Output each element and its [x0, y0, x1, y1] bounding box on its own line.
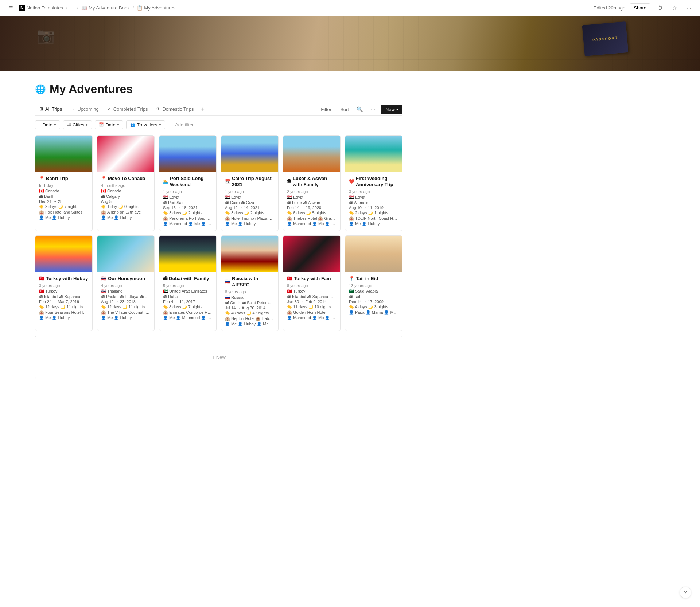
card-nights-icon-0: 🌙 — [58, 204, 63, 209]
card-flag-4: 🇪🇬 — [287, 195, 292, 200]
page-title: My Adventures — [50, 82, 133, 96]
star-button[interactable]: ☆ — [669, 3, 680, 13]
card-title-text-7: Our Honeymoon — [108, 276, 145, 282]
breadcrumb-notion[interactable]: N Notion Templates — [19, 5, 63, 11]
filter-date-sort-icon: ↓ — [39, 123, 41, 127]
timer-button[interactable]: ⏱ — [655, 3, 665, 13]
card-hotel-9: 🏨 Neptun Hotel 🏨 Babushka Doll — [225, 316, 275, 321]
card-city-icon-8: 🏙 — [163, 294, 167, 299]
card-hotel-0: 🏨 Fox Hotel and Suites — [39, 210, 89, 215]
card-hotel-icon-6: 🏨 — [39, 310, 44, 315]
sort-button[interactable]: Sort — [337, 105, 352, 114]
card-title-icon-6: 🇹🇷 — [39, 276, 44, 282]
edited-timestamp: Edited 20h ago — [594, 5, 625, 11]
filter-date[interactable]: ↓ Date ▾ — [35, 120, 60, 129]
card-image-3 — [221, 136, 278, 172]
card-travellers-icon-8: 👤 — [163, 316, 168, 320]
card-time-2: 1 year ago — [163, 189, 213, 194]
card-image-4 — [283, 136, 340, 172]
card-city-icon-9: 🏙 — [225, 301, 229, 305]
card-travellers-icon-2: 👤 — [163, 222, 168, 226]
trip-card-3[interactable]: 📅 Cairo Trip August 2021 1 year ago 🇪🇬 E… — [221, 135, 279, 231]
card-days-icon-1: ☀️ — [101, 204, 106, 209]
new-card-button[interactable]: + New — [35, 336, 402, 379]
card-duration-6: ☀️ 12 days 🌙 11 nights — [39, 305, 89, 309]
card-nights-icon-2: 🌙 — [182, 211, 187, 215]
adventure-book-icon: 📖 — [81, 5, 87, 11]
breadcrumb-area: ☰ N Notion Templates / ... / 📖 My Advent… — [6, 3, 175, 13]
card-body-9: 🇷🇺 Russia with AIESEC 8 years ago 🇷🇺 Rus… — [221, 272, 278, 331]
card-nights-icon-10: 🌙 — [308, 305, 314, 309]
filter-button[interactable]: Filter — [318, 105, 334, 114]
card-city-icon-3: 🏙 — [225, 200, 229, 205]
tab-upcoming[interactable]: → Upcoming — [66, 103, 103, 115]
trip-card-1[interactable]: 📍 Move To Canada 4 months ago 🇨🇦 Canada … — [97, 135, 155, 231]
card-dates-9: Jul 14 → Aug 30, 2014 — [225, 306, 275, 310]
filter-travellers[interactable]: 👥 Travellers ▾ — [126, 120, 165, 129]
card-dates-6: Feb 24 → Mar 7, 2019 — [39, 299, 89, 304]
card-time-3: 1 year ago — [225, 189, 275, 194]
tab-completed-trips[interactable]: ✓ Completed Trips — [103, 103, 152, 115]
breadcrumb-sep-2: / — [77, 5, 78, 11]
card-days-icon-9: ☀️ — [225, 311, 230, 316]
card-title-icon-4: 🏛 — [287, 179, 291, 185]
card-flag-1: 🇨🇦 — [101, 189, 106, 193]
tab-all-trips[interactable]: ⊞ All Trips — [35, 103, 66, 115]
breadcrumb-dots[interactable]: ... — [70, 5, 74, 11]
card-title-text-8: Dubai with Family — [169, 276, 209, 282]
trip-card-7[interactable]: 🇹🇭 Our Honeymoon 4 years ago 🇹🇭 Thailand… — [97, 235, 155, 331]
card-hotel-10: 🏨 Golden Horn Hotel — [287, 310, 337, 315]
filter-cities[interactable]: 🏙 Cities ▾ — [63, 120, 92, 129]
filter-travellers-icon: 👥 — [130, 122, 135, 127]
trip-card-9[interactable]: 🇷🇺 Russia with AIESEC 8 years ago 🇷🇺 Rus… — [221, 235, 279, 331]
card-dates-3: Aug 12 → 14, 2021 — [225, 205, 275, 210]
more-options-button[interactable]: ··· — [684, 3, 694, 13]
tab-domestic-trips[interactable]: ✈ Domestic Trips — [152, 103, 198, 115]
more-toolbar-button[interactable]: ··· — [368, 104, 378, 114]
card-time-5: 3 years ago — [349, 189, 398, 194]
trip-card-8[interactable]: 🏙 Dubai with Family 5 years ago 🇦🇪 Unite… — [159, 235, 217, 331]
breadcrumb-notion-label: Notion Templates — [27, 5, 63, 11]
hamburger-menu[interactable]: ☰ — [6, 3, 16, 13]
card-body-10: 🇹🇷 Turkey with Fam 8 years ago 🇹🇷 Turkey… — [283, 272, 340, 325]
new-button[interactable]: New ▾ — [381, 105, 402, 114]
trip-card-10[interactable]: 🇹🇷 Turkey with Fam 8 years ago 🇹🇷 Turkey… — [283, 235, 341, 331]
trip-card-5[interactable]: ❤️ First Wedding Anniversary Trip 3 year… — [345, 135, 402, 231]
card-duration-5: ☀️ 2 days 🌙 1 nights — [349, 211, 398, 215]
card-duration-2: ☀️ 3 days 🌙 2 nights — [163, 211, 213, 215]
trip-card-2[interactable]: 🏊 Port Said Long Weekend 1 year ago 🇪🇬 E… — [159, 135, 217, 231]
card-time-1: 4 months ago — [101, 183, 151, 188]
filter-cities-label: Cities — [73, 122, 85, 128]
card-image-10 — [283, 236, 340, 272]
page-title-icon: 🌐 — [35, 84, 46, 94]
card-city-2: 🏙 Port Said — [163, 200, 213, 205]
card-city-1: 🏙 Calgary — [101, 194, 151, 199]
card-city-icon-10: 🏙 — [287, 294, 291, 299]
tabs-actions: Filter Sort 🔍 ··· New ▾ — [318, 104, 402, 114]
trip-card-4[interactable]: 🏛 Luxor & Aswan with Family 2 years ago … — [283, 135, 341, 231]
share-button[interactable]: Share — [630, 3, 650, 12]
card-hotel-3: 🏨 Hotel Triumph Plaza Hotel — [225, 216, 275, 221]
trip-card-6[interactable]: 🇹🇷 Turkey with Hubby 3 years ago 🇹🇷 Turk… — [35, 235, 93, 331]
card-image-5 — [345, 136, 402, 172]
card-dates-11: Dec 14 → 17, 2009 — [349, 299, 398, 304]
add-filter-button[interactable]: + Add filter — [168, 121, 197, 129]
card-hotel-icon-3: 🏨 — [225, 216, 230, 221]
filter-date2[interactable]: 📅 Date ▾ — [95, 120, 123, 129]
card-city-11: 🏙 Taif — [349, 294, 398, 299]
card-city-icon-7: 🏙 — [101, 294, 105, 299]
breadcrumb-my-adventures[interactable]: 📋 My Adventures — [137, 5, 175, 11]
card-body-0: 📍 Banff Trip In 1 day 🇨🇦 Canada 🏙 Banff … — [35, 172, 92, 224]
card-title-icon-10: 🇹🇷 — [287, 276, 292, 282]
trip-card-11[interactable]: 📍 Taif in Eid 13 years ago 🇸🇦 Saudi Arab… — [345, 235, 402, 331]
new-button-label: New — [385, 107, 395, 112]
card-city-icon-5: 🏙 — [349, 200, 353, 205]
card-travellers-5: 👤 Me 👤 Hubby — [349, 222, 398, 226]
trip-card-0[interactable]: 📍 Banff Trip In 1 day 🇨🇦 Canada 🏙 Banff … — [35, 135, 93, 231]
add-tab-button[interactable]: + — [198, 103, 207, 115]
search-button[interactable]: 🔍 — [355, 104, 365, 114]
card-travellers-icon-9: 👤 — [225, 322, 230, 326]
breadcrumb-adventure-book[interactable]: 📖 My Adventure Book — [81, 5, 130, 11]
card-title-text-9: Russia with AIESEC — [232, 276, 275, 288]
card-title-icon-0: 📍 — [39, 176, 44, 182]
